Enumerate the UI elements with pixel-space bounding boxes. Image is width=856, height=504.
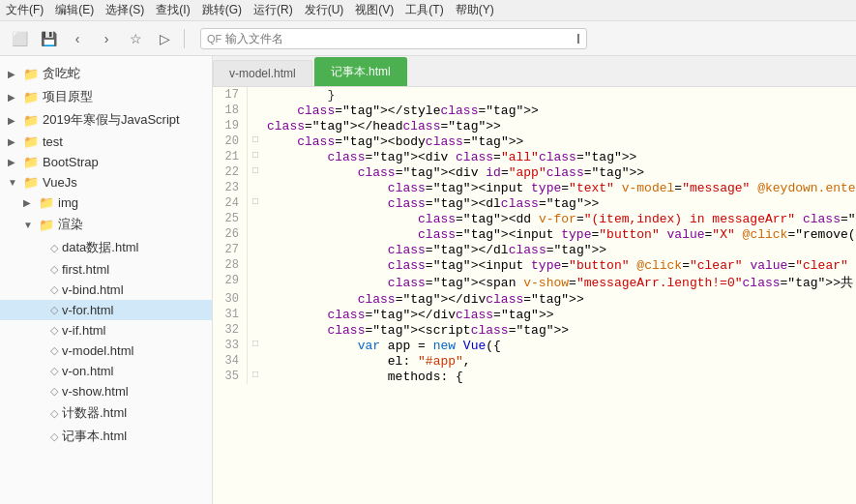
sidebar-label-9: first.html	[62, 262, 109, 277]
sidebar-item-0[interactable]: ▶📁贪吃蛇	[0, 62, 212, 85]
line-content-23: class="tag"><input type="text" v-model="…	[263, 180, 856, 195]
menu-edit[interactable]: 编辑(E)	[55, 2, 94, 18]
file-icon-14: ◇	[50, 365, 58, 377]
fold-btn-27	[248, 242, 263, 257]
sidebar-item-10[interactable]: ◇v-bind.html	[0, 280, 212, 300]
menu-run[interactable]: 运行(R)	[253, 2, 293, 18]
file-icon-12: ◇	[50, 324, 58, 337]
code-area[interactable]: 17 }18 class="tag"></styleclass="tag">>1…	[213, 87, 856, 504]
menu-bar: 文件(F) 编辑(E) 选择(S) 查找(I) 跳转(G) 运行(R) 发行(U…	[0, 0, 856, 21]
fold-btn-29	[248, 273, 263, 291]
line-content-29: class="tag"><span v-show="messageArr.len…	[263, 273, 856, 291]
sidebar-item-14[interactable]: ◇v-on.html	[0, 361, 212, 381]
menu-tools[interactable]: 工具(T)	[405, 2, 443, 18]
menu-help[interactable]: 帮助(Y)	[456, 2, 494, 18]
sidebar-item-16[interactable]: ◇计数器.html	[0, 401, 212, 425]
line-content-21: class="tag"><div class="all"class="tag">…	[263, 149, 856, 164]
line-content-28: class="tag"><input type="button" @click=…	[263, 257, 856, 273]
new-file-icon[interactable]: ⬜	[8, 27, 31, 50]
fold-btn-23	[248, 180, 263, 195]
arrow-icon-3: ▶	[8, 136, 19, 147]
line-number-27: 27	[213, 242, 248, 257]
file-icon-8: ◇	[50, 242, 58, 254]
line-content-31: class="tag"></divclass="tag">>	[263, 307, 856, 322]
code-line-29: 29 class="tag"><span v-show="messageArr.…	[213, 273, 856, 291]
arrow-icon-6: ▶	[23, 197, 35, 208]
folder-icon-5: 📁	[23, 175, 39, 190]
file-icon-13: ◇	[50, 344, 58, 357]
line-number-23: 23	[213, 180, 248, 195]
sidebar-item-12[interactable]: ◇v-if.html	[0, 320, 212, 341]
menu-view[interactable]: 视图(V)	[355, 2, 394, 18]
sidebar-item-17[interactable]: ◇记事本.html	[0, 425, 212, 448]
menu-find[interactable]: 查找(I)	[156, 2, 190, 18]
sidebar-label-14: v-on.html	[62, 364, 113, 378]
fold-btn-24[interactable]: □	[248, 195, 263, 211]
tab-0[interactable]: v-model.html	[213, 60, 312, 86]
sidebar-item-7[interactable]: ▼📁渲染	[0, 213, 212, 236]
code-line-22: 22□ class="tag"><div id="app"class="tag"…	[213, 164, 856, 180]
code-line-20: 20□ class="tag"><bodyclass="tag">>	[213, 133, 856, 149]
fold-btn-21[interactable]: □	[248, 149, 263, 164]
line-number-30: 30	[213, 291, 248, 307]
back-icon[interactable]: ‹	[66, 27, 89, 50]
sidebar-item-4[interactable]: ▶📁BootStrap	[0, 152, 212, 172]
tab-1[interactable]: 记事本.html	[314, 57, 407, 86]
sidebar-item-15[interactable]: ◇v-show.html	[0, 381, 212, 401]
line-number-22: 22	[213, 164, 248, 180]
folder-icon-1: 📁	[23, 90, 39, 104]
fold-btn-26	[248, 226, 263, 242]
code-line-24: 24□ class="tag"><dlclass="tag">>	[213, 195, 856, 211]
sidebar-label-3: test	[43, 134, 63, 149]
sidebar-label-1: 项目原型	[43, 88, 93, 105]
sidebar-item-2[interactable]: ▶📁2019年寒假与JavaScript	[0, 108, 212, 132]
sidebar-label-16: 计数器.html	[62, 404, 127, 422]
sidebar-item-3[interactable]: ▶📁test	[0, 132, 212, 152]
code-line-27: 27 class="tag"></dlclass="tag">>	[213, 242, 856, 257]
line-number-20: 20	[213, 133, 248, 149]
play-icon[interactable]: ▷	[153, 27, 176, 50]
fold-btn-28	[248, 257, 263, 273]
toolbar-separator	[184, 29, 185, 48]
sidebar-item-1[interactable]: ▶📁项目原型	[0, 85, 212, 108]
sidebar-item-13[interactable]: ◇v-model.html	[0, 341, 212, 361]
sidebar-item-5[interactable]: ▼📁VueJs	[0, 172, 212, 193]
tab-bar: v-model.html记事本.html	[213, 56, 856, 87]
fold-btn-19	[248, 118, 263, 133]
line-content-35: methods: {	[263, 369, 856, 384]
arrow-icon-5: ▼	[8, 177, 19, 188]
editor: v-model.html记事本.html 17 }18 class="tag">…	[213, 56, 856, 504]
menu-file[interactable]: 文件(F)	[6, 2, 44, 18]
folder-icon-7: 📁	[39, 218, 54, 232]
sidebar-item-6[interactable]: ▶📁img	[0, 193, 212, 213]
menu-goto[interactable]: 跳转(G)	[202, 2, 242, 18]
menu-publish[interactable]: 发行(U)	[305, 2, 344, 18]
folder-icon-3: 📁	[23, 134, 39, 149]
code-line-19: 19class="tag"></headclass="tag">>	[213, 118, 856, 133]
line-content-26: class="tag"><input type="button" value="…	[263, 226, 856, 242]
fold-btn-22[interactable]: □	[248, 164, 263, 180]
sidebar-label-2: 2019年寒假与JavaScript	[43, 111, 180, 129]
sidebar-item-9[interactable]: ◇first.html	[0, 259, 212, 280]
fold-btn-32	[248, 322, 263, 338]
menu-select[interactable]: 选择(S)	[105, 2, 144, 18]
line-number-17: 17	[213, 87, 248, 103]
code-line-26: 26 class="tag"><input type="button" valu…	[213, 226, 856, 242]
fold-btn-20[interactable]: □	[248, 133, 263, 149]
fold-btn-33[interactable]: □	[248, 338, 263, 353]
search-label: QF	[207, 33, 221, 44]
line-number-21: 21	[213, 149, 248, 164]
search-box[interactable]: QF I	[200, 28, 587, 49]
code-line-33: 33□ var app = new Vue({	[213, 338, 856, 353]
star-icon[interactable]: ☆	[124, 27, 147, 50]
search-input[interactable]	[225, 32, 576, 45]
sidebar-item-8[interactable]: ◇data数据.html	[0, 236, 212, 259]
cursor-icon: I	[576, 31, 580, 46]
sidebar-item-11[interactable]: ◇v-for.html	[0, 300, 212, 320]
main-layout: ▶📁贪吃蛇▶📁项目原型▶📁2019年寒假与JavaScript▶📁test▶📁B…	[0, 56, 856, 504]
code-line-31: 31 class="tag"></divclass="tag">>	[213, 307, 856, 322]
save-icon[interactable]: 💾	[37, 27, 60, 50]
forward-icon[interactable]: ›	[95, 27, 118, 50]
fold-btn-35[interactable]: □	[248, 369, 263, 384]
code-lines: 17 }18 class="tag"></styleclass="tag">>1…	[213, 87, 856, 384]
